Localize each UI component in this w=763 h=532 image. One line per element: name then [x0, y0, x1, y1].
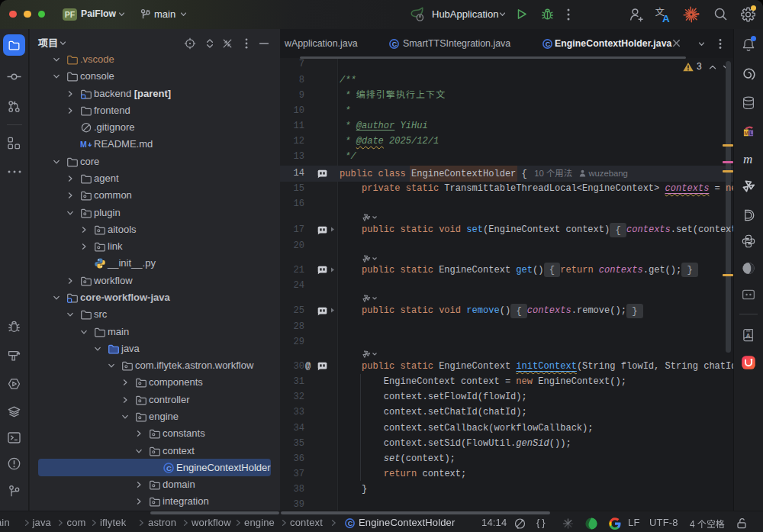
svg-text:M: M — [80, 140, 87, 149]
svg-text:C: C — [392, 40, 398, 48]
svg-text:C: C — [348, 519, 353, 527]
svg-text:A: A — [746, 332, 751, 339]
svg-text:m: m — [743, 152, 752, 166]
svg-text:C: C — [166, 463, 172, 472]
svg-text:A: A — [662, 13, 670, 23]
svg-text:C: C — [546, 40, 551, 48]
svg-text:M: M — [744, 131, 749, 136]
svg-text:L: L — [749, 130, 753, 137]
